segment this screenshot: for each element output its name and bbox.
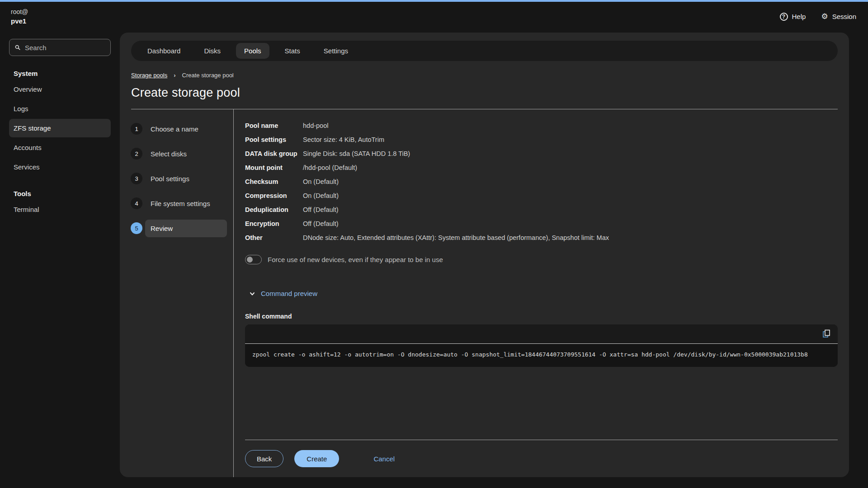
masthead-actions: ? Help ⚙ Session (780, 7, 856, 21)
review-row-compression: Compression On (Default) (245, 192, 838, 199)
tab-stats[interactable]: Stats (277, 43, 308, 59)
tab-disks[interactable]: Disks (196, 43, 229, 59)
sidebar-section-tools: Tools (14, 190, 111, 197)
step-label: Choose a name (145, 120, 227, 138)
sidebar-item-overview[interactable]: Overview (9, 80, 111, 99)
back-button[interactable]: Back (245, 450, 283, 467)
review-value: On (Default) (303, 178, 838, 185)
code-toolbar (245, 324, 838, 344)
masthead: root@ pve1 ? Help ⚙ Session (0, 2, 868, 33)
question-circle-icon: ? (780, 13, 788, 21)
page-title: Create storage pool (131, 86, 838, 100)
tab-pools[interactable]: Pools (236, 43, 269, 59)
review-row-pool-settings: Pool settings Sector size: 4 KiB, AutoTr… (245, 136, 838, 143)
review-label: Mount point (245, 164, 303, 171)
review-pane: Pool name hdd-pool Pool settings Sector … (234, 109, 849, 477)
command-preview-label: Command preview (261, 290, 317, 297)
step-number-badge: 2 (131, 148, 142, 160)
sidebar-item-terminal[interactable]: Terminal (9, 200, 111, 219)
review-value: On (Default) (303, 192, 838, 199)
shell-command-label: Shell command (245, 313, 838, 320)
breadcrumb-chevron-icon: › (174, 72, 175, 79)
search-input[interactable] (25, 44, 105, 52)
sidebar-item-logs[interactable]: Logs (9, 99, 111, 118)
sidebar-item-zfs-storage[interactable]: ZFS storage (9, 119, 111, 137)
shell-command-block: zpool create -o ashift=12 -o autotrim=on… (245, 324, 838, 367)
step-number-badge: 1 (131, 123, 142, 135)
copy-button[interactable] (821, 329, 831, 339)
review-label: Deduplication (245, 206, 303, 213)
toggle-knob (247, 257, 253, 263)
review-value: Single Disk: sda (SATA HDD 1.8 TiB) (303, 150, 838, 157)
review-row-pool-name: Pool name hdd-pool (245, 122, 838, 129)
step-label: Select disks (145, 145, 227, 163)
review-row-checksum: Checksum On (Default) (245, 178, 838, 185)
wizard-step-choose-name[interactable]: 1 Choose a name (131, 119, 227, 138)
wizard-body: 1 Choose a name 2 Select disks 3 Pool se… (120, 109, 849, 477)
masthead-hostname: pve1 (11, 16, 28, 26)
review-value: Off (Default) (303, 206, 838, 213)
force-devices-toggle[interactable] (245, 255, 262, 264)
sidebar: System Overview Logs ZFS storage Account… (0, 33, 120, 488)
sidebar-search[interactable] (9, 39, 111, 56)
review-row-other: Other DNode size: Auto, Extended attribu… (245, 234, 838, 241)
help-button[interactable]: ? Help (780, 13, 806, 21)
search-icon (15, 45, 20, 50)
wizard-step-review[interactable]: 5 Review (131, 219, 227, 238)
step-number-badge: 5 (131, 222, 142, 234)
sidebar-section-system: System (14, 70, 111, 77)
command-preview-expander[interactable]: Command preview (250, 290, 838, 297)
force-devices-label: Force use of new devices, even if they a… (268, 256, 443, 263)
panel-header: Dashboard Disks Pools Stats Settings Sto… (120, 33, 849, 109)
tab-dashboard[interactable]: Dashboard (139, 43, 189, 59)
wizard-footer: Back Create Cancel (245, 440, 838, 477)
review-label: Encryption (245, 220, 303, 227)
review-row-mount-point: Mount point /hdd-pool (Default) (245, 164, 838, 171)
step-label: Pool settings (145, 170, 227, 188)
logged-in-identity: root@ pve1 (11, 7, 28, 26)
review-label: Compression (245, 192, 303, 199)
review-row-deduplication: Deduplication Off (Default) (245, 206, 838, 213)
review-value: DNode size: Auto, Extended attributes (X… (303, 234, 838, 241)
copy-icon (822, 329, 831, 338)
cancel-button[interactable]: Cancel (369, 450, 399, 467)
masthead-username: root@ (11, 7, 28, 16)
help-button-label: Help (792, 13, 806, 20)
review-label: DATA disk group (245, 150, 303, 157)
chevron-down-icon (250, 291, 255, 296)
review-label: Checksum (245, 178, 303, 185)
step-label: File system settings (145, 195, 227, 212)
review-label: Other (245, 234, 303, 241)
wizard-step-pool-settings[interactable]: 3 Pool settings (131, 169, 227, 188)
wizard-step-fs-settings[interactable]: 4 File system settings (131, 194, 227, 213)
session-button-label: Session (832, 13, 856, 20)
review-row-data-disk-group: DATA disk group Single Disk: sda (SATA H… (245, 150, 838, 157)
review-label: Pool name (245, 122, 303, 129)
step-number-badge: 4 (131, 197, 142, 209)
wizard-step-select-disks[interactable]: 2 Select disks (131, 144, 227, 163)
session-button[interactable]: ⚙ Session (821, 12, 856, 21)
step-number-badge: 3 (131, 173, 142, 184)
review-value: hdd-pool (303, 122, 838, 129)
review-label: Pool settings (245, 136, 303, 143)
review-value: /hdd-pool (Default) (303, 164, 838, 171)
review-row-encryption: Encryption Off (Default) (245, 220, 838, 227)
wizard-steps-nav: 1 Choose a name 2 Select disks 3 Pool se… (120, 109, 234, 477)
sidebar-item-services[interactable]: Services (9, 158, 111, 176)
force-devices-row: Force use of new devices, even if they a… (245, 255, 838, 264)
review-value: Sector size: 4 KiB, AutoTrim (303, 136, 838, 143)
shell-command-text: zpool create -o ashift=12 -o autotrim=on… (245, 344, 838, 367)
gear-icon: ⚙ (821, 12, 828, 21)
breadcrumb-storage-pools-link[interactable]: Storage pools (131, 72, 167, 79)
create-button[interactable]: Create (294, 450, 339, 467)
tab-settings[interactable]: Settings (316, 43, 356, 59)
review-area: Pool name hdd-pool Pool settings Sector … (245, 109, 838, 440)
review-value: Off (Default) (303, 220, 838, 227)
breadcrumb-current: Create storage pool (182, 72, 234, 79)
tab-bar: Dashboard Disks Pools Stats Settings (131, 41, 838, 61)
breadcrumb: Storage pools › Create storage pool (131, 72, 838, 79)
main-panel: Dashboard Disks Pools Stats Settings Sto… (120, 33, 849, 477)
step-label: Review (145, 220, 227, 237)
sidebar-item-accounts[interactable]: Accounts (9, 138, 111, 157)
